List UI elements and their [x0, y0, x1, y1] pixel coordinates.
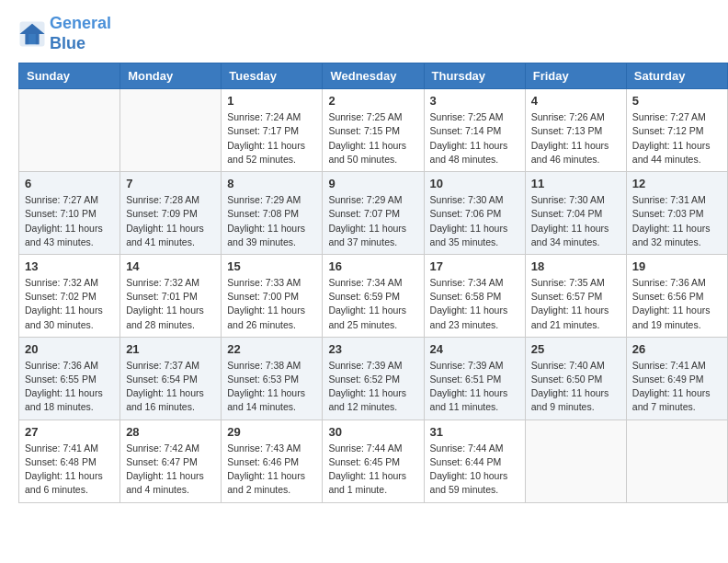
day-number: 17 — [430, 259, 519, 273]
calendar-header: SundayMondayTuesdayWednesdayThursdayFrid… — [19, 63, 728, 89]
calendar-cell: 26Sunrise: 7:41 AM Sunset: 6:49 PM Dayli… — [626, 337, 727, 419]
day-header-monday: Monday — [120, 63, 222, 89]
day-info: Sunrise: 7:29 AM Sunset: 7:08 PM Dayligh… — [227, 193, 316, 249]
day-info: Sunrise: 7:30 AM Sunset: 7:06 PM Dayligh… — [430, 193, 519, 249]
day-number: 3 — [430, 94, 519, 108]
calendar-week-2: 6Sunrise: 7:27 AM Sunset: 7:10 PM Daylig… — [19, 172, 728, 255]
calendar-cell: 28Sunrise: 7:42 AM Sunset: 6:47 PM Dayli… — [120, 419, 222, 502]
calendar-cell: 9Sunrise: 7:29 AM Sunset: 7:07 PM Daylig… — [323, 172, 424, 255]
header-row: SundayMondayTuesdayWednesdayThursdayFrid… — [19, 63, 728, 89]
day-number: 19 — [632, 259, 722, 273]
day-number: 4 — [531, 94, 620, 108]
calendar-table: SundayMondayTuesdayWednesdayThursdayFrid… — [18, 63, 728, 502]
calendar-wrapper: SundayMondayTuesdayWednesdayThursdayFrid… — [0, 63, 728, 511]
calendar-cell — [525, 419, 626, 502]
day-info: Sunrise: 7:27 AM Sunset: 7:12 PM Dayligh… — [632, 110, 722, 167]
day-number: 14 — [126, 259, 215, 273]
page-header: General Blue — [0, 0, 728, 63]
day-number: 29 — [227, 425, 316, 439]
day-number: 30 — [328, 425, 417, 439]
day-info: Sunrise: 7:43 AM Sunset: 6:46 PM Dayligh… — [227, 442, 316, 498]
day-info: Sunrise: 7:33 AM Sunset: 7:00 PM Dayligh… — [227, 276, 316, 332]
calendar-cell: 1Sunrise: 7:24 AM Sunset: 7:17 PM Daylig… — [222, 89, 323, 172]
calendar-cell: 3Sunrise: 7:25 AM Sunset: 7:14 PM Daylig… — [424, 89, 525, 172]
day-number: 25 — [531, 342, 620, 356]
day-info: Sunrise: 7:37 AM Sunset: 6:54 PM Dayligh… — [126, 359, 215, 415]
calendar-cell: 22Sunrise: 7:38 AM Sunset: 6:53 PM Dayli… — [222, 337, 323, 419]
day-info: Sunrise: 7:44 AM Sunset: 6:44 PM Dayligh… — [430, 442, 519, 498]
day-number: 1 — [227, 94, 316, 108]
day-info: Sunrise: 7:34 AM Sunset: 6:58 PM Dayligh… — [430, 276, 519, 332]
day-info: Sunrise: 7:41 AM Sunset: 6:49 PM Dayligh… — [632, 359, 722, 415]
day-info: Sunrise: 7:32 AM Sunset: 7:01 PM Dayligh… — [126, 276, 215, 332]
day-number: 11 — [531, 177, 620, 190]
day-info: Sunrise: 7:41 AM Sunset: 6:48 PM Dayligh… — [25, 442, 114, 498]
day-number: 23 — [328, 342, 417, 356]
day-number: 5 — [632, 94, 722, 108]
day-number: 7 — [126, 177, 215, 190]
day-info: Sunrise: 7:26 AM Sunset: 7:13 PM Dayligh… — [531, 110, 620, 167]
day-header-sunday: Sunday — [19, 63, 120, 89]
calendar-cell: 25Sunrise: 7:40 AM Sunset: 6:50 PM Dayli… — [525, 337, 626, 419]
day-number: 31 — [430, 425, 519, 439]
calendar-week-1: 1Sunrise: 7:24 AM Sunset: 7:17 PM Daylig… — [19, 89, 728, 172]
day-info: Sunrise: 7:24 AM Sunset: 7:17 PM Dayligh… — [227, 110, 316, 167]
calendar-cell — [626, 419, 727, 502]
calendar-cell: 5Sunrise: 7:27 AM Sunset: 7:12 PM Daylig… — [626, 89, 727, 172]
day-info: Sunrise: 7:35 AM Sunset: 6:57 PM Dayligh… — [531, 276, 620, 332]
day-info: Sunrise: 7:25 AM Sunset: 7:15 PM Dayligh… — [328, 110, 417, 167]
day-info: Sunrise: 7:40 AM Sunset: 6:50 PM Dayligh… — [531, 359, 620, 415]
calendar-cell: 18Sunrise: 7:35 AM Sunset: 6:57 PM Dayli… — [525, 254, 626, 337]
calendar-cell: 24Sunrise: 7:39 AM Sunset: 6:51 PM Dayli… — [424, 337, 525, 419]
day-info: Sunrise: 7:30 AM Sunset: 7:04 PM Dayligh… — [531, 193, 620, 249]
calendar-cell: 2Sunrise: 7:25 AM Sunset: 7:15 PM Daylig… — [323, 89, 424, 172]
day-info: Sunrise: 7:39 AM Sunset: 6:52 PM Dayligh… — [328, 359, 417, 415]
day-header-saturday: Saturday — [626, 63, 727, 89]
day-header-friday: Friday — [525, 63, 626, 89]
calendar-cell: 10Sunrise: 7:30 AM Sunset: 7:06 PM Dayli… — [424, 172, 525, 255]
calendar-cell: 8Sunrise: 7:29 AM Sunset: 7:08 PM Daylig… — [222, 172, 323, 255]
day-number: 26 — [632, 342, 722, 356]
calendar-cell: 27Sunrise: 7:41 AM Sunset: 6:48 PM Dayli… — [19, 419, 120, 502]
day-number: 16 — [328, 259, 417, 273]
day-number: 13 — [25, 259, 114, 273]
calendar-cell: 16Sunrise: 7:34 AM Sunset: 6:59 PM Dayli… — [323, 254, 424, 337]
calendar-cell: 13Sunrise: 7:32 AM Sunset: 7:02 PM Dayli… — [19, 254, 120, 337]
calendar-cell: 23Sunrise: 7:39 AM Sunset: 6:52 PM Dayli… — [323, 337, 424, 419]
calendar-cell — [120, 89, 222, 172]
day-number: 21 — [126, 342, 215, 356]
calendar-cell: 31Sunrise: 7:44 AM Sunset: 6:44 PM Dayli… — [424, 419, 525, 502]
day-number: 9 — [328, 177, 417, 190]
calendar-cell: 7Sunrise: 7:28 AM Sunset: 7:09 PM Daylig… — [120, 172, 222, 255]
day-header-tuesday: Tuesday — [222, 63, 323, 89]
calendar-cell: 20Sunrise: 7:36 AM Sunset: 6:55 PM Dayli… — [19, 337, 120, 419]
calendar-cell: 19Sunrise: 7:36 AM Sunset: 6:56 PM Dayli… — [626, 254, 727, 337]
day-number: 27 — [25, 425, 114, 439]
logo: General Blue — [18, 14, 111, 53]
day-number: 10 — [430, 177, 519, 190]
calendar-cell: 4Sunrise: 7:26 AM Sunset: 7:13 PM Daylig… — [525, 89, 626, 172]
day-info: Sunrise: 7:44 AM Sunset: 6:45 PM Dayligh… — [328, 442, 417, 498]
day-number: 18 — [531, 259, 620, 273]
calendar-cell: 29Sunrise: 7:43 AM Sunset: 6:46 PM Dayli… — [222, 419, 323, 502]
day-number: 12 — [632, 177, 722, 190]
day-info: Sunrise: 7:32 AM Sunset: 7:02 PM Dayligh… — [25, 276, 114, 332]
day-header-wednesday: Wednesday — [323, 63, 424, 89]
calendar-cell: 21Sunrise: 7:37 AM Sunset: 6:54 PM Dayli… — [120, 337, 222, 419]
calendar-cell: 15Sunrise: 7:33 AM Sunset: 7:00 PM Dayli… — [222, 254, 323, 337]
day-info: Sunrise: 7:34 AM Sunset: 6:59 PM Dayligh… — [328, 276, 417, 332]
day-info: Sunrise: 7:25 AM Sunset: 7:14 PM Dayligh… — [430, 110, 519, 167]
calendar-week-4: 20Sunrise: 7:36 AM Sunset: 6:55 PM Dayli… — [19, 337, 728, 419]
calendar-cell: 14Sunrise: 7:32 AM Sunset: 7:01 PM Dayli… — [120, 254, 222, 337]
day-info: Sunrise: 7:36 AM Sunset: 6:56 PM Dayligh… — [632, 276, 722, 332]
calendar-cell — [19, 89, 120, 172]
calendar-cell: 12Sunrise: 7:31 AM Sunset: 7:03 PM Dayli… — [626, 172, 727, 255]
day-info: Sunrise: 7:29 AM Sunset: 7:07 PM Dayligh… — [328, 193, 417, 249]
day-number: 20 — [25, 342, 114, 356]
day-number: 15 — [227, 259, 316, 273]
day-number: 28 — [126, 425, 215, 439]
day-info: Sunrise: 7:42 AM Sunset: 6:47 PM Dayligh… — [126, 442, 215, 498]
day-number: 2 — [328, 94, 417, 108]
day-number: 24 — [430, 342, 519, 356]
day-header-thursday: Thursday — [424, 63, 525, 89]
